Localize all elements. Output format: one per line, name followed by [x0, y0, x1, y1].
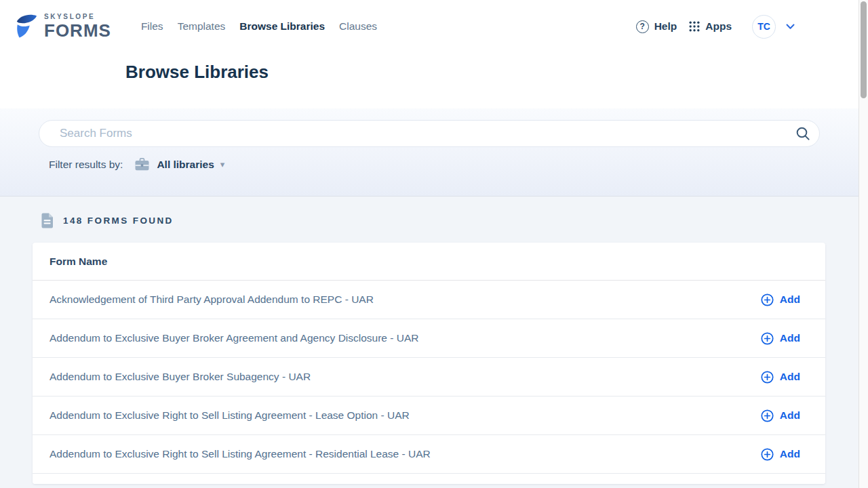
add-form-button[interactable]: Add	[761, 409, 800, 422]
account-menu-chevron[interactable]	[786, 24, 795, 30]
add-label: Add	[780, 371, 800, 383]
user-avatar[interactable]: TC	[752, 15, 776, 39]
table-row-partial	[33, 474, 825, 484]
add-label: Add	[780, 409, 800, 422]
form-name-column-header: Form Name	[50, 256, 107, 268]
table-header: Form Name	[33, 243, 825, 281]
caret-down-icon: ▾	[220, 160, 225, 169]
header-right: ? Help Apps TC	[636, 15, 795, 39]
help-label: Help	[654, 20, 677, 33]
library-filter-dropdown[interactable]: All libraries ▾	[157, 159, 224, 171]
plus-circle-icon	[761, 448, 774, 461]
plus-circle-icon	[761, 371, 774, 384]
plus-circle-icon	[761, 409, 774, 422]
form-name: Acknowledgement of Third Party Approval …	[50, 293, 374, 306]
filter-row: Filter results by: All libraries ▾	[49, 158, 868, 171]
search-filter-section: Filter results by: All libraries ▾	[0, 108, 868, 197]
document-icon	[41, 213, 54, 228]
help-button[interactable]: ? Help	[636, 20, 677, 33]
add-form-button[interactable]: Add	[761, 371, 800, 384]
nav-item-files[interactable]: Files	[140, 18, 165, 35]
help-icon: ?	[636, 20, 649, 33]
add-form-button[interactable]: Add	[761, 293, 800, 306]
results-section: 148 FORMS FOUND Form Name Acknowledgemen…	[0, 197, 868, 484]
app-root: SKYSLOPE FORMS Files Templates Browse Li…	[0, 0, 868, 488]
add-form-button[interactable]: Add	[761, 448, 800, 461]
results-count-text: 148 FORMS FOUND	[63, 216, 174, 226]
results-count-row: 148 FORMS FOUND	[41, 213, 868, 228]
logo-skyslope-label: SKYSLOPE	[44, 14, 111, 20]
plus-circle-icon	[761, 332, 774, 345]
nav-item-clauses[interactable]: Clauses	[338, 18, 378, 35]
apps-label: Apps	[705, 20, 732, 33]
library-filter-value: All libraries	[157, 159, 214, 171]
table-row: Addendum to Exclusive Right to Sell List…	[33, 396, 825, 435]
header: SKYSLOPE FORMS Files Templates Browse Li…	[0, 0, 868, 108]
table-row: Acknowledgement of Third Party Approval …	[33, 281, 825, 319]
search-input[interactable]	[39, 120, 820, 147]
skyslope-swoosh-icon	[15, 14, 38, 39]
add-form-button[interactable]: Add	[761, 332, 800, 345]
forms-table-card: Form Name Acknowledgement of Third Party…	[33, 243, 825, 484]
page-scrollbar-thumb[interactable]	[861, 1, 867, 98]
chevron-down-icon	[786, 24, 795, 30]
apps-button[interactable]: Apps	[689, 20, 732, 33]
table-row: Addendum to Exclusive Buyer Broker Subag…	[33, 358, 825, 396]
table-row: Addendum to Exclusive Buyer Broker Agree…	[33, 319, 825, 358]
skyslope-forms-logo[interactable]: SKYSLOPE FORMS	[15, 14, 111, 39]
table-row: Addendum to Exclusive Right to Sell List…	[33, 435, 825, 474]
apps-grid-icon	[689, 21, 700, 32]
form-name: Addendum to Exclusive Right to Sell List…	[50, 448, 431, 460]
page-scrollbar-track[interactable]	[859, 0, 868, 488]
add-label: Add	[780, 293, 800, 306]
main-nav: Files Templates Browse Libraries Clauses	[140, 18, 378, 35]
briefcase-icon	[135, 158, 149, 171]
search-icon	[795, 125, 811, 142]
search-button[interactable]	[795, 125, 811, 142]
nav-item-templates[interactable]: Templates	[176, 18, 227, 35]
add-label: Add	[780, 332, 800, 344]
form-name: Addendum to Exclusive Buyer Broker Subag…	[50, 371, 311, 383]
form-name: Addendum to Exclusive Buyer Broker Agree…	[50, 332, 418, 344]
plus-circle-icon	[761, 293, 774, 306]
filter-by-label: Filter results by:	[49, 159, 123, 171]
search-bar	[39, 120, 820, 147]
nav-item-browse-libraries[interactable]: Browse Libraries	[238, 18, 326, 35]
page-title: Browse Libraries	[125, 62, 269, 83]
logo-text: SKYSLOPE FORMS	[44, 14, 111, 39]
add-label: Add	[780, 448, 800, 460]
top-bar: SKYSLOPE FORMS Files Templates Browse Li…	[0, 0, 868, 53]
form-name: Addendum to Exclusive Right to Sell List…	[50, 409, 410, 422]
logo-forms-label: FORMS	[44, 22, 111, 39]
